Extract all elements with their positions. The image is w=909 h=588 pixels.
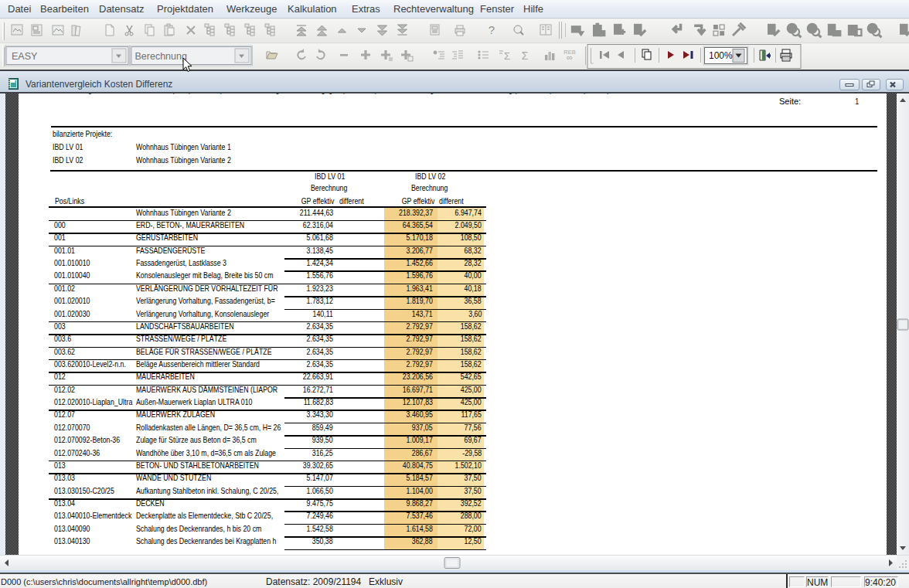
svg-text:Σ: Σ — [522, 49, 529, 62]
svg-text:?: ? — [489, 23, 495, 36]
svg-text:∞: ∞ — [567, 53, 573, 62]
svg-text:Σ: Σ — [504, 50, 510, 62]
svg-text:Berechnung: Berechnung — [135, 51, 187, 62]
svg-text:EASY: EASY — [12, 51, 38, 62]
svg-text:100%: 100% — [709, 50, 733, 61]
